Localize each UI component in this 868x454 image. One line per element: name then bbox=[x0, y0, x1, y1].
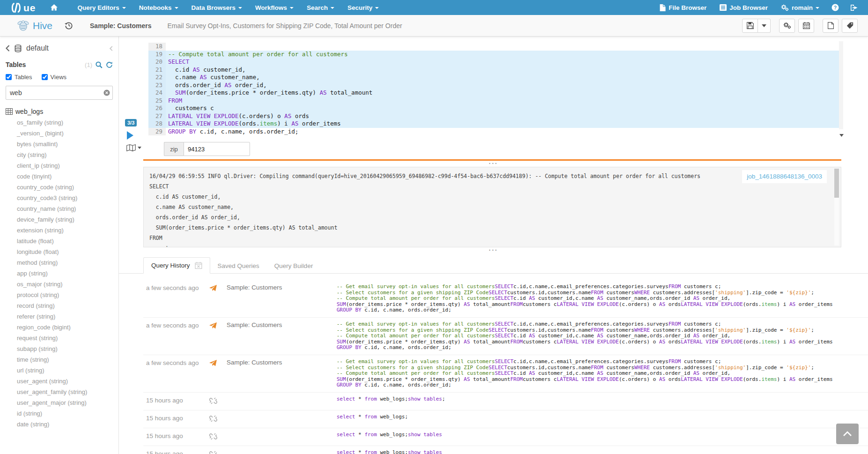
search-icon[interactable] bbox=[96, 61, 103, 68]
log-scrollbar-thumb[interactable] bbox=[834, 169, 839, 198]
document-button[interactable] bbox=[823, 19, 839, 33]
menu-security[interactable]: Security bbox=[341, 0, 385, 15]
editor-line[interactable]: 22 c.name AS customer_name, bbox=[148, 74, 839, 82]
column-item[interactable]: method (string) bbox=[17, 257, 113, 268]
column-item[interactable]: longitude (float) bbox=[17, 246, 113, 257]
column-item[interactable]: record (string) bbox=[17, 300, 113, 311]
editor-line[interactable]: 25FROM bbox=[148, 97, 839, 105]
tables-checkbox-input[interactable] bbox=[6, 74, 12, 80]
column-item[interactable]: city (string) bbox=[17, 149, 113, 160]
column-item[interactable]: user_agent_major (string) bbox=[17, 397, 113, 408]
job-link[interactable]: job_1461888648136_0003 bbox=[742, 170, 827, 183]
collapse-sidebar-icon[interactable] bbox=[110, 46, 113, 51]
sql-line: -- Select customers for a given shipping… bbox=[337, 290, 859, 296]
column-item[interactable]: _version_ (bigint) bbox=[17, 128, 113, 139]
format-dropdown-button[interactable] bbox=[126, 144, 141, 151]
menu-notebooks[interactable]: Notebooks bbox=[132, 0, 185, 15]
column-item[interactable]: latitude (float) bbox=[17, 236, 113, 246]
tab-query-builder[interactable]: Query Builder bbox=[267, 258, 321, 274]
column-item[interactable]: protocol (string) bbox=[17, 290, 113, 300]
back-chevron-icon[interactable] bbox=[6, 45, 10, 52]
editor-line[interactable]: 18 bbox=[148, 43, 839, 51]
history-row[interactable]: a few seconds agoSample: Customers-- Get… bbox=[143, 355, 868, 393]
menu-data-browsers[interactable]: Data Browsers bbox=[185, 0, 249, 15]
column-item[interactable]: extension (string) bbox=[17, 225, 113, 236]
editor-line[interactable]: 20SELECT bbox=[148, 58, 839, 66]
editor-line[interactable]: 27LATERAL VIEW EXPLODE(c.orders) o AS or… bbox=[148, 112, 839, 120]
history-row[interactable]: 15 hours agoselect * from web_logs;show … bbox=[143, 446, 868, 454]
column-item[interactable]: os_family (string) bbox=[17, 117, 113, 128]
column-item[interactable]: client_ip (string) bbox=[17, 160, 113, 171]
editor-line[interactable]: 23 ords.order_id AS order_id, bbox=[148, 82, 839, 89]
tab-saved-queries[interactable]: Saved Queries bbox=[210, 258, 267, 274]
editor-line[interactable]: 26 customers c bbox=[148, 104, 839, 112]
log-line: 16/04/29 06:59:55 INFO ql.Driver: Compil… bbox=[149, 171, 835, 181]
clear-search-icon[interactable] bbox=[103, 89, 110, 96]
history-row[interactable]: 15 hours agoselect * from web_logs;show … bbox=[143, 428, 868, 446]
tag-button[interactable] bbox=[842, 19, 858, 33]
column-item[interactable]: country_code (string) bbox=[17, 182, 113, 193]
editor-scroll-down-icon[interactable] bbox=[839, 134, 844, 137]
nav-romain[interactable]: romain bbox=[774, 0, 826, 15]
log-scrollbar[interactable] bbox=[834, 169, 839, 246]
menu-search[interactable]: Search bbox=[300, 0, 341, 15]
history-row[interactable]: 15 hours agoselect * from web_logs;show … bbox=[143, 393, 868, 410]
query-history-icon[interactable] bbox=[65, 22, 73, 30]
column-item[interactable]: subapp (string) bbox=[17, 343, 113, 354]
home-button[interactable] bbox=[44, 0, 65, 15]
editor-line[interactable]: 21 c.id AS customer_id, bbox=[148, 66, 839, 74]
menu-query-editors[interactable]: Query Editors bbox=[71, 0, 132, 15]
column-item[interactable]: device_family (string) bbox=[17, 214, 113, 225]
scroll-to-top-button[interactable] bbox=[836, 424, 859, 444]
table-item-web-logs[interactable]: web_logs bbox=[6, 108, 113, 115]
editor-line[interactable]: 19-- Compute total amount per order for … bbox=[148, 51, 839, 59]
help-button[interactable]: ? bbox=[826, 0, 845, 15]
editor-scrollbar[interactable] bbox=[839, 41, 843, 129]
column-item[interactable]: os_major (string) bbox=[17, 279, 113, 290]
refresh-icon[interactable] bbox=[106, 61, 113, 68]
column-item[interactable]: code (tinyint) bbox=[17, 171, 113, 182]
history-row[interactable]: a few seconds agoSample: Customers-- Get… bbox=[143, 318, 868, 355]
database-name[interactable]: default bbox=[26, 44, 49, 52]
history-row[interactable]: 15 hours agoselect * from web_logs; bbox=[143, 410, 868, 428]
calendar-button[interactable] bbox=[798, 19, 814, 33]
filter-views-checkbox[interactable]: Views bbox=[42, 74, 66, 81]
table-search-wrap bbox=[6, 86, 113, 100]
history-row[interactable]: a few seconds agoSample: Customers-- Get… bbox=[143, 280, 868, 318]
hue-logo[interactable]: ue bbox=[5, 2, 44, 13]
hive-app-brand[interactable]: Hive bbox=[17, 19, 52, 32]
column-item[interactable]: id (string) bbox=[17, 408, 113, 419]
nav-file-browser[interactable]: File Browser bbox=[653, 0, 713, 15]
column-item[interactable]: date (string) bbox=[17, 419, 113, 430]
column-item[interactable]: referer (string) bbox=[17, 311, 113, 322]
column-item[interactable]: url (string) bbox=[17, 365, 113, 376]
column-item[interactable]: country_name (string) bbox=[17, 203, 113, 214]
nav-job-browser[interactable]: Job Browser bbox=[713, 0, 774, 15]
line-number: 27 bbox=[148, 112, 166, 120]
column-item[interactable]: app (string) bbox=[17, 268, 113, 279]
column-item[interactable]: bytes (smallint) bbox=[17, 139, 113, 149]
filter-tables-checkbox[interactable]: Tables bbox=[6, 74, 32, 81]
tab-query-history[interactable]: Query History bbox=[143, 257, 210, 274]
menu-workflows[interactable]: Workflows bbox=[249, 0, 300, 15]
save-button[interactable] bbox=[742, 19, 758, 33]
column-item[interactable]: user_agent_family (string) bbox=[17, 387, 113, 397]
caret-down-button[interactable] bbox=[758, 19, 771, 33]
views-checkbox-input[interactable] bbox=[42, 74, 48, 80]
column-item[interactable]: time (string) bbox=[17, 354, 113, 365]
zip-parameter-input[interactable] bbox=[184, 142, 250, 156]
column-item[interactable]: country_code3 (string) bbox=[17, 193, 113, 203]
table-search-input[interactable] bbox=[6, 86, 113, 100]
log-splitter-bottom[interactable]: ··· bbox=[119, 247, 868, 253]
editor-line[interactable]: 24 SUM(order_items.price * order_items.q… bbox=[148, 89, 839, 97]
editor-line[interactable]: 28LATERAL VIEW EXPLODE(ords.items) i AS … bbox=[148, 120, 839, 128]
column-item[interactable]: request (string) bbox=[17, 333, 113, 343]
sql-editor[interactable]: 1819-- Compute total amount per order fo… bbox=[119, 37, 868, 139]
column-item[interactable]: region_code (bigint) bbox=[17, 322, 113, 333]
gears-button[interactable] bbox=[779, 19, 795, 33]
sign-out-button[interactable] bbox=[845, 0, 865, 15]
column-item[interactable]: user_agent (string) bbox=[17, 376, 113, 387]
log-splitter-top[interactable]: ··· bbox=[119, 161, 868, 167]
log-panel[interactable]: 16/04/29 06:59:55 INFO ql.Driver: Compil… bbox=[143, 167, 841, 247]
editor-line[interactable]: 29GROUP BY c.id, c.name, ords.order_id; bbox=[148, 128, 839, 136]
